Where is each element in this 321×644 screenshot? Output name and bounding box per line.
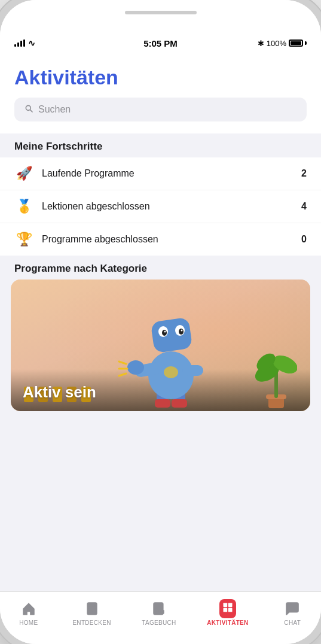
svg-rect-38 — [228, 608, 233, 612]
nav-item-aktivitaeten[interactable]: AKTIVITÄTEN — [202, 598, 253, 628]
progress-label-3: Programme abgeschlossen — [42, 234, 301, 245]
card-title: Aktiv sein — [23, 383, 96, 401]
bluetooth-icon: ✱ — [258, 39, 264, 48]
progress-value-3: 0 — [301, 234, 307, 245]
svg-rect-9 — [150, 317, 192, 353]
progress-section-header: Meine Fortschritte — [0, 133, 321, 157]
tagebuch-label: TAGEBUCH — [142, 619, 176, 626]
progress-value-2: 4 — [301, 201, 307, 212]
trophy-icon: 🏆 — [14, 232, 33, 247]
battery-icon — [289, 40, 307, 47]
activity-card[interactable]: Aktiv sein — [11, 280, 310, 411]
nav-item-home[interactable]: HOME — [11, 598, 47, 628]
battery-percent: 100% — [267, 39, 286, 48]
home-icon — [20, 600, 37, 617]
svg-rect-37 — [223, 608, 227, 612]
svg-point-13 — [179, 329, 184, 335]
progress-label-2: Lektionen abgeschlossen — [42, 201, 301, 212]
svg-point-14 — [164, 331, 166, 333]
character-illustration — [118, 294, 225, 411]
svg-rect-36 — [228, 603, 233, 607]
svg-rect-2 — [155, 399, 170, 408]
search-input[interactable]: Suchen — [38, 104, 71, 115]
progress-item-2[interactable]: 🥇 Lektionen abgeschlossen 4 — [0, 190, 321, 223]
card-container: Aktiv sein — [0, 280, 321, 421]
kategorie-section-header: Programme nach Kategorie — [0, 256, 321, 280]
svg-rect-34 — [160, 610, 164, 613]
tagebuch-icon — [151, 600, 167, 617]
kategorie-section: Aktiv sein — [0, 280, 321, 591]
progress-section: 🚀 Laufende Programme 2 🥇 Lektionen abges… — [0, 157, 321, 256]
svg-point-6 — [127, 360, 144, 375]
status-left: ∿ — [14, 38, 35, 48]
search-icon — [24, 104, 33, 116]
wifi-icon: ∿ — [28, 38, 35, 48]
svg-line-19 — [119, 373, 126, 376]
entdecken-label: ENTDECKEN — [72, 619, 111, 626]
page-title: Aktivitäten — [14, 66, 307, 89]
notch-pill — [125, 11, 197, 14]
svg-point-15 — [181, 330, 182, 332]
screen-content: Aktivitäten Suchen Meine Fortschritte 🚀 … — [0, 56, 321, 591]
progress-item-1[interactable]: 🚀 Laufende Programme 2 — [0, 157, 321, 190]
rocket-icon: 🚀 — [14, 166, 33, 181]
signal-icon — [14, 40, 25, 47]
app-header: Aktivitäten Suchen — [0, 56, 321, 133]
svg-rect-3 — [172, 399, 187, 408]
nav-item-entdecken[interactable]: ENTDECKEN — [68, 598, 115, 628]
aktivitaeten-label: AKTIVITÄTEN — [207, 619, 248, 626]
svg-point-16 — [164, 366, 178, 378]
chat-label: CHAT — [284, 619, 301, 626]
bottom-nav: HOME ENTDECKEN — [0, 591, 321, 644]
progress-value-1: 2 — [301, 168, 307, 179]
progress-label-1: Laufende Programme — [42, 168, 301, 179]
svg-rect-7 — [182, 365, 203, 376]
svg-point-12 — [162, 330, 167, 336]
phone-frame: ∿ 5:05 PM ✱ 100% Aktivitäten — [0, 0, 321, 644]
nav-item-tagebuch[interactable]: TAGEBUCH — [137, 598, 181, 628]
chat-icon — [284, 600, 301, 617]
notch-bar — [0, 0, 321, 30]
nav-item-chat[interactable]: CHAT — [274, 598, 310, 628]
card-label-area: Aktiv sein — [11, 373, 108, 411]
progress-item-3[interactable]: 🏆 Programme abgeschlossen 0 — [0, 223, 321, 256]
svg-line-17 — [119, 362, 126, 364]
aktivitaeten-icon — [219, 600, 236, 617]
svg-rect-35 — [223, 603, 227, 607]
plant-decoration — [255, 339, 297, 411]
home-label: HOME — [19, 619, 38, 626]
entdecken-icon — [84, 600, 100, 617]
status-bar: ∿ 5:05 PM ✱ 100% — [0, 30, 321, 56]
status-time: 5:05 PM — [143, 38, 178, 48]
medal-icon: 🥇 — [14, 199, 33, 214]
status-right: ✱ 100% — [258, 39, 307, 48]
search-bar[interactable]: Suchen — [14, 98, 307, 121]
